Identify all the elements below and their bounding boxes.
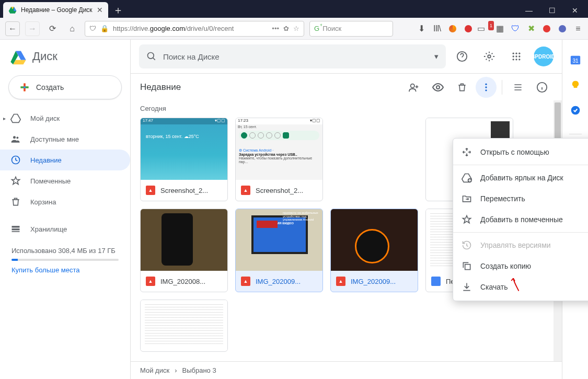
file-card[interactable]: ▲IMG_202009... <box>330 209 418 292</box>
browser-search-box[interactable]: G+ Поиск <box>309 21 393 37</box>
account-avatar[interactable]: 4PDROID <box>534 47 554 66</box>
ext-icon-1[interactable] <box>448 24 457 33</box>
nav-storage[interactable]: Хранилище <box>0 219 130 239</box>
new-tab-button[interactable]: ＋ <box>110 2 126 18</box>
rail-divider <box>569 134 582 134</box>
svg-point-27 <box>485 86 487 88</box>
file-card[interactable]: ▲IMG_202008... <box>140 209 228 292</box>
svg-point-16 <box>515 53 517 54</box>
nav-forward-button[interactable]: → <box>25 21 40 36</box>
tab-close-icon[interactable]: ✕ <box>97 6 103 14</box>
more-actions-button[interactable] <box>476 77 497 98</box>
trash-icon <box>10 197 21 207</box>
address-bar[interactable]: 🛡 🔒 https://drive.google.com/drive/u/0/r… <box>85 21 304 37</box>
svg-rect-9 <box>12 226 20 227</box>
image-type-icon: ▲ <box>336 277 345 286</box>
ctx-copy[interactable]: Создать копию <box>453 256 588 277</box>
file-card[interactable] <box>140 300 228 352</box>
window-minimize-button[interactable]: — <box>518 3 540 18</box>
reader-icon[interactable]: ✿ <box>283 25 289 32</box>
download-icon[interactable]: ⬇ <box>417 24 426 33</box>
history-icon <box>462 240 472 250</box>
bookmark-star-icon[interactable]: ☆ <box>293 25 299 32</box>
svg-text:31: 31 <box>572 58 579 64</box>
ctx-move[interactable]: Переместить <box>453 188 588 209</box>
expand-icon[interactable]: ▸ <box>3 116 6 121</box>
nav-home-button[interactable]: ⌂ <box>65 21 79 36</box>
shared-icon <box>10 134 21 144</box>
svg-point-17 <box>518 53 520 54</box>
context-menu: Открыть с помощью › Добавить ярлык на Ди… <box>453 138 588 301</box>
ctx-add-shortcut[interactable]: Добавить ярлык на Диск ? <box>453 167 588 188</box>
ext-icon-5[interactable]: ✖ <box>526 24 536 33</box>
nav-reload-button[interactable]: ⟳ <box>45 21 60 36</box>
ext-icon-3[interactable]: ▭1 <box>479 24 489 33</box>
page-title: Недавние <box>140 82 181 93</box>
logo-row[interactable]: Диск <box>0 46 130 72</box>
move-icon <box>462 193 472 204</box>
file-name: IMG_202009... <box>256 278 301 285</box>
browser-tab[interactable]: Недавние – Google Диск ✕ <box>3 2 108 18</box>
search-placeholder: Поиск на Диске <box>163 52 220 61</box>
keep-app-icon[interactable] <box>570 79 581 91</box>
list-view-button[interactable] <box>508 77 528 98</box>
delete-button[interactable] <box>452 77 472 98</box>
nav-recent[interactable]: Недавние <box>0 150 130 170</box>
details-button[interactable] <box>532 77 552 98</box>
nav-back-button[interactable]: ← <box>5 21 20 36</box>
image-type-icon: ▲ <box>146 277 155 286</box>
buy-more-link[interactable]: Купить больше места <box>11 266 119 274</box>
nav-starred[interactable]: Помеченные <box>0 170 130 191</box>
svg-rect-11 <box>12 231 20 232</box>
thumbnail: 17:23▾▢▢ Вт, 15 сент. ⚙ Система Android … <box>236 118 322 180</box>
ctx-open-with[interactable]: Открыть с помощью › <box>453 142 588 163</box>
settings-button[interactable] <box>479 47 499 66</box>
window-controls: — ☐ ✕ <box>518 1 588 18</box>
help-button[interactable] <box>452 47 472 66</box>
thumbnail <box>331 209 418 271</box>
doc-type-icon <box>431 277 441 286</box>
search-options-icon[interactable]: ▾ <box>434 52 439 61</box>
ext-icon-7[interactable] <box>558 24 567 33</box>
preview-text: ⚙ Система Android ∙ <box>239 148 319 153</box>
tasks-app-icon[interactable] <box>570 105 581 116</box>
browser-menu-icon[interactable]: ≡ <box>573 24 583 33</box>
drive-favicon-icon <box>8 6 17 14</box>
nav-my-drive[interactable]: ▸ Мой диск <box>0 108 130 129</box>
breadcrumb-root[interactable]: Мой диск <box>140 366 169 374</box>
file-name: IMG_202009... <box>351 278 396 285</box>
nav-trash[interactable]: Корзина <box>0 191 130 212</box>
preview-button[interactable] <box>428 77 448 98</box>
ext-icon-6[interactable] <box>542 24 551 33</box>
ctx-versions: Управлять версиями <box>453 235 588 256</box>
window-close-button[interactable]: ✕ <box>564 3 586 18</box>
product-name: Диск <box>32 50 57 63</box>
window-maximize-button[interactable]: ☐ <box>541 3 563 18</box>
svg-point-26 <box>485 83 487 85</box>
ext-icon-2[interactable] <box>464 24 473 33</box>
apps-button[interactable] <box>506 47 526 66</box>
calendar-app-icon[interactable]: 31 <box>570 54 581 66</box>
library-icon[interactable]: III\ <box>432 24 442 33</box>
preview-text: Зарядка устройства через USB.. <box>239 153 319 156</box>
search-icon <box>146 51 157 62</box>
ctx-label: Переместить <box>480 194 525 203</box>
star-icon <box>462 214 472 225</box>
ublock-icon[interactable]: 🛡 <box>511 24 520 33</box>
drive-add-icon <box>462 173 472 183</box>
ext-icon-4[interactable]: ▦ <box>495 24 504 33</box>
file-card[interactable]: 17:47▾▢▢ вторник, 15 сент. ☁25°C ▲Screen… <box>140 118 228 201</box>
preview-status-left: 17:23 <box>238 118 248 124</box>
ctx-download[interactable]: Скачать <box>453 277 588 297</box>
share-button[interactable] <box>403 77 424 98</box>
preview-text: КОНВЕРТАЦИЯ ВИДЕО <box>258 222 294 225</box>
nav-shared[interactable]: Доступные мне <box>0 129 130 150</box>
section-label: Сегодня <box>140 105 552 112</box>
drive-search[interactable]: Поиск на Диске ▾ <box>139 44 446 68</box>
preview-text: просмотр на мобильных устройствах под уп… <box>283 211 319 222</box>
ellipsis-icon[interactable]: ••• <box>272 25 279 32</box>
create-button[interactable]: Создать <box>8 75 122 99</box>
file-card[interactable]: просмотр на мобильных устройствах под уп… <box>235 209 323 292</box>
ctx-star[interactable]: Добавить в помеченные <box>453 209 588 230</box>
file-card[interactable]: 17:23▾▢▢ Вт, 15 сент. ⚙ Система Android … <box>235 118 323 201</box>
